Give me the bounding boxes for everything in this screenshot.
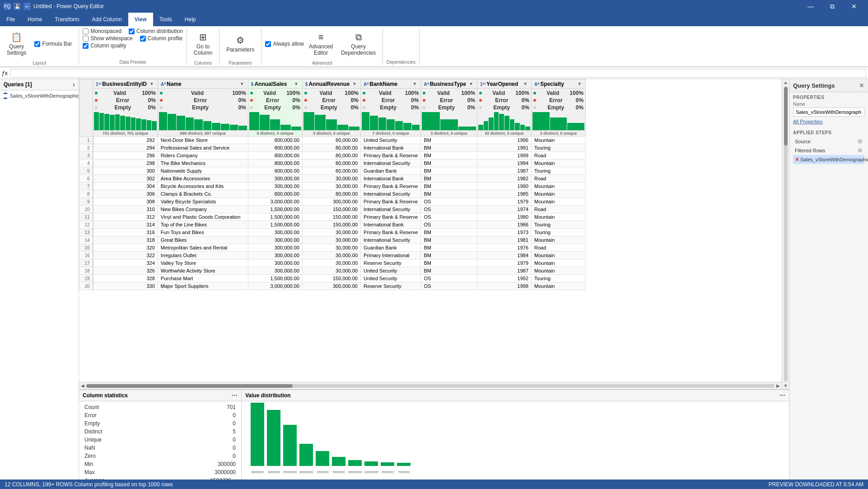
table-cell: Primary Bank & Reserve (361, 229, 421, 236)
table-cell: 1994 (477, 160, 532, 167)
table-cell: Primary Bank & Reserve (361, 183, 421, 190)
v-scroll-track[interactable] (784, 87, 788, 381)
table-row[interactable]: 11312Vinyl and Plastic Goods Corporation… (79, 213, 586, 221)
dist-chart: 8000003000001500000300000015000050000020… (242, 401, 789, 480)
table-row[interactable]: 4298The Bike Mechanics800,000.0080,000.0… (79, 160, 586, 167)
stat-name: Max (84, 469, 95, 475)
filter-yearopened[interactable]: ▼ (522, 80, 528, 87)
formula-bar-checkbox[interactable] (34, 41, 40, 47)
close-button[interactable]: ✕ (844, 0, 864, 13)
table-row[interactable]: 5300Nationwide Supply800,000.0080,000.00… (79, 167, 586, 175)
scroll-right-arrow[interactable]: ▶ (776, 383, 780, 388)
table-row[interactable]: 8306Clamps & Brackets Co.800,000.0080,00… (79, 190, 586, 198)
queries-collapse[interactable]: ‹ (73, 81, 75, 88)
tab-add-column[interactable]: Add Column (86, 13, 128, 26)
table-cell: BM (421, 252, 477, 259)
qs-all-properties-link[interactable]: All Properties (793, 119, 822, 124)
table-row[interactable]: 7304Bicycle Accessories and Kits300,000.… (79, 183, 586, 190)
query-settings-button[interactable]: 📋 QuerySettings (4, 28, 29, 60)
val-dist-menu[interactable]: ··· (779, 392, 785, 399)
step-filtered-rows[interactable]: Filtered Rows ⚙ (793, 146, 864, 155)
step-filtered-rows-gear[interactable]: ⚙ (858, 147, 863, 154)
step-sales-vstore[interactable]: ✕ Sales_vStoreWithDemographics (793, 155, 864, 164)
table-cell: 1982 (477, 175, 532, 183)
table-row[interactable]: 14318Great Bikes300,000.0030,000.00Inter… (79, 236, 586, 244)
table-row[interactable]: 9308Valley Bicycle Specialists3,000,000.… (79, 198, 586, 206)
filter-businesstype[interactable]: ▼ (468, 80, 474, 87)
table-cell: 30,000.00 (302, 244, 360, 252)
formula-input[interactable] (10, 69, 866, 78)
filter-annualsales[interactable]: ▼ (293, 80, 299, 87)
filter-name[interactable]: ▼ (239, 80, 245, 87)
step-source[interactable]: Source ⚙ (793, 137, 864, 146)
advanced-editor-button[interactable]: ≡ AdvancedEditor (306, 28, 336, 60)
scroll-left-arrow[interactable]: ◀ (81, 383, 84, 388)
table-cell: Area Bike Accessories (158, 175, 248, 183)
table-row[interactable]: 1292Next-Door Bike Store800,000.0080,000… (79, 136, 586, 144)
scroll-up-arrow[interactable]: ▲ (783, 79, 789, 86)
table-row[interactable]: 12314Top of the Line Bikes1,500,000.0015… (79, 221, 586, 229)
go-to-column-button[interactable]: ⊞ Go toColumn (191, 28, 215, 60)
col-header-specialty: AᴬSpecialty ▼ Valid100% Error0% Empty0% (532, 80, 586, 136)
scroll-down-arrow[interactable]: ▼ (783, 382, 789, 389)
table-row[interactable]: 13316Fun Toys and Bikes300,000.0030,000.… (79, 229, 586, 236)
tab-home[interactable]: Home (21, 13, 48, 26)
tab-transform[interactable]: Transform (48, 13, 85, 26)
v-scroll-thumb[interactable] (784, 87, 788, 146)
filter-businessentityid[interactable]: ▼ (149, 80, 155, 87)
table-cell: 30,000.00 (302, 252, 360, 259)
h-scroll-thumb[interactable] (86, 384, 293, 388)
table-row[interactable]: 6302Area Bike Accessories300,000.0030,00… (79, 175, 586, 183)
column-profile-check[interactable]: Column profile (140, 35, 182, 42)
undo-icon[interactable]: ↩ (23, 3, 31, 10)
table-cell: 1974 (477, 206, 532, 213)
parameters-button[interactable]: ⚙ Parameters (223, 28, 257, 60)
filter-annualrevenue[interactable]: ▼ (351, 80, 358, 87)
table-cell: OS (421, 275, 477, 282)
query-item-sales[interactable]: Sales_vStoreWithDemographics (0, 90, 79, 101)
formula-bar-button[interactable]: Formula Bar (31, 38, 75, 49)
query-dependencies-button[interactable]: ⧉ QueryDependencies (338, 28, 379, 60)
table-cell: 324 (93, 259, 158, 267)
tab-view[interactable]: View (128, 13, 153, 26)
tab-help[interactable]: Help (178, 13, 202, 26)
table-row[interactable]: 15320Metropolitan Sales and Rental300,00… (79, 244, 586, 252)
maximize-button[interactable]: ⧉ (822, 0, 843, 13)
filter-specialty[interactable]: ▼ (576, 80, 583, 87)
horizontal-scroll[interactable]: ◀ ▶ (79, 382, 782, 389)
dist-bar-label: 1000000 (364, 470, 378, 474)
tab-tools[interactable]: Tools (153, 13, 178, 26)
table-row[interactable]: 20330Major Sport Suppliers3,000,000.0030… (79, 282, 586, 290)
table-row[interactable]: 19328Purchase Mart1,500,000.00150,000.00… (79, 275, 586, 282)
col-header-bankname: AᴬBankName ▼ Valid100% Error0% Empty0% (361, 80, 421, 136)
col-stats-menu[interactable]: ··· (232, 392, 238, 399)
table-row[interactable]: 18326Worthwhile Activity Store300,000.00… (79, 267, 586, 275)
step-source-gear[interactable]: ⚙ (858, 138, 863, 145)
table-cell: 300,000.00 (248, 252, 302, 259)
table-row[interactable]: 17324Valley Toy Store300,000.0030,000.00… (79, 259, 586, 267)
qs-close-button[interactable]: ✕ (859, 82, 864, 89)
table-row[interactable]: 3296Riders Company800,000.0080,000.00Pri… (79, 152, 586, 160)
column-distribution-check[interactable]: Column distribution (129, 28, 183, 34)
column-quality-check[interactable]: Column quality (83, 42, 126, 49)
h-scroll-track[interactable] (86, 384, 775, 388)
table-row[interactable]: 16322Irregulars Outlet300,000.0030,000.0… (79, 252, 586, 259)
table-cell: Primary International (361, 252, 421, 259)
filter-bankname[interactable]: ▼ (412, 80, 418, 87)
table-cell: BM (421, 229, 477, 236)
table-cell: 150,000.00 (302, 213, 360, 221)
qs-name-input[interactable] (793, 108, 864, 117)
show-whitespace-check[interactable]: Show whitespace (83, 35, 132, 42)
table-cell: BM (421, 183, 477, 190)
data-table-container[interactable]: 1²³BusinessEntityID ▼ Valid100% Error0% … (79, 79, 782, 382)
table-row[interactable]: 10310New Bikes Company1,500,000.00150,00… (79, 206, 586, 213)
minimize-button[interactable]: — (800, 0, 821, 13)
table-cell: BM (421, 190, 477, 198)
save-icon[interactable]: 💾 (14, 3, 21, 10)
table-cell: Great Bikes (158, 236, 248, 244)
table-row[interactable]: 2294Professional Sales and Service800,00… (79, 144, 586, 152)
always-allow-check[interactable]: Always allow (265, 41, 304, 47)
tab-file[interactable]: File (0, 13, 21, 26)
vertical-scroll[interactable]: ▲ ▼ (782, 79, 789, 389)
monospaced-check[interactable]: Monospaced (83, 28, 121, 34)
